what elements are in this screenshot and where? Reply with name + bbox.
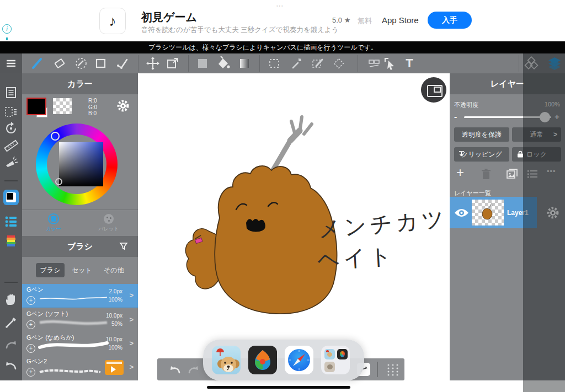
tab-brush[interactable]: ブラシ	[36, 263, 65, 277]
panel-divider	[22, 210, 138, 210]
transform-tool-icon[interactable]	[165, 56, 180, 71]
ad-app-subtitle: 音符を読むのが苦手でも大丈夫 三秒クイズで視奏力を鍛えよう	[141, 25, 339, 35]
select-layout-icon[interactable]	[3, 104, 19, 120]
hue-selector[interactable]	[51, 132, 60, 141]
brush-add-icon[interactable]: +	[26, 368, 35, 377]
hamburger-menu-icon[interactable]	[3, 56, 19, 71]
ad-info-icon[interactable]: i	[2, 24, 12, 34]
brush-stroke-preview	[38, 337, 109, 352]
layer-list-view-button[interactable]	[527, 169, 538, 179]
fill-tool-icon[interactable]	[195, 56, 210, 71]
brush-row-gpen2[interactable]: Gペン2 + >	[22, 356, 138, 380]
redo-icon[interactable]	[3, 337, 19, 352]
material-spray-icon[interactable]	[3, 155, 19, 171]
chevron-right-icon[interactable]: >	[129, 291, 134, 299]
add-layer-button[interactable]: +	[456, 165, 464, 180]
text-tool-icon[interactable]: T	[402, 56, 417, 71]
magic-wand-tool-icon[interactable]	[289, 56, 304, 71]
ad-more-icon[interactable]: ⋯	[276, 1, 285, 10]
shape-tool-icon[interactable]	[93, 56, 109, 71]
undo-icon[interactable]	[3, 358, 19, 373]
move-tool-icon[interactable]	[145, 56, 161, 71]
eyedropper-icon[interactable]	[3, 315, 19, 330]
protect-alpha-button[interactable]: 透明度を保護	[454, 127, 509, 142]
layer-thumbnail[interactable]	[472, 200, 504, 225]
gradient-tool-icon[interactable]	[237, 56, 252, 71]
color-panel-toggle-icon[interactable]	[3, 190, 19, 205]
delete-layer-button[interactable]	[481, 168, 492, 180]
redo-button[interactable]	[187, 363, 200, 375]
lock-button[interactable]: ロック	[512, 147, 561, 162]
video-unlock-icon	[105, 360, 124, 375]
chevron-right-icon[interactable]: >	[129, 339, 134, 347]
ruler-icon[interactable]	[3, 138, 19, 153]
eraser-tool-icon[interactable]	[52, 56, 67, 71]
dock-app-medibang-paint-icon[interactable]	[248, 346, 277, 374]
brush-add-icon[interactable]: +	[26, 344, 35, 353]
dock-app-safari-icon[interactable]	[285, 346, 313, 374]
divide-canvas-tool-icon[interactable]	[366, 56, 382, 71]
tool-description-text: ブラシツールは、様々なブラシによりキャンバスに描画を行うツールです。	[148, 43, 377, 52]
home-indicator-bar[interactable]	[207, 386, 350, 389]
layer-row-layer1[interactable]: Layer1	[450, 197, 537, 228]
opacity-slider-knob[interactable]	[540, 112, 550, 122]
layer-visibility-eye-icon[interactable]	[454, 208, 469, 218]
ad-get-button[interactable]: 入手	[428, 12, 472, 29]
chevron-right-icon[interactable]: >	[129, 315, 134, 324]
g-value: G:0	[88, 104, 97, 111]
brush-row-gpen[interactable]: Gペン + 2.0px100% >	[22, 284, 138, 308]
foreground-color-swatch[interactable]	[26, 98, 46, 115]
toolbar-divider	[519, 55, 519, 72]
ad-app-title: 初見ゲーム	[141, 10, 197, 25]
canvas-handwriting-line1: メンチカツ	[317, 206, 449, 242]
color-settings-gear-icon[interactable]	[116, 99, 130, 113]
drawing-canvas[interactable]: メンチカツ ヘイト	[138, 73, 450, 380]
ad-app-icon[interactable]: ♪	[99, 8, 126, 34]
brush-row-gpen-soft[interactable]: Gペン (ソフト) + 10.0px50% >	[22, 308, 138, 332]
opacity-plus-button[interactable]: +	[555, 112, 559, 121]
blur-eraser-tool-icon[interactable]	[73, 56, 89, 71]
brush-tool-icon[interactable]	[30, 56, 45, 71]
brush-list-toggle-icon[interactable]	[3, 213, 19, 229]
layer-more-button[interactable]: •••	[547, 167, 556, 175]
brush-filter-funnel-icon[interactable]	[119, 242, 128, 251]
brush-row-gpen-smooth[interactable]: Gペン (なめらか) + 10.0px100% >	[22, 332, 138, 356]
layers-panel-icon[interactable]	[547, 56, 562, 71]
curve-tool-icon[interactable]	[115, 56, 130, 71]
opacity-minus-button[interactable]: -	[454, 112, 457, 122]
brush-add-icon[interactable]: +	[26, 320, 35, 329]
drag-handle-dots-icon[interactable]	[386, 363, 400, 376]
bucket-tool-icon[interactable]	[216, 56, 231, 71]
tab-other[interactable]: その他	[104, 266, 124, 275]
document-menu-icon[interactable]	[3, 85, 19, 100]
floating-window-button[interactable]	[421, 77, 446, 103]
layer-settings-gear-icon[interactable]	[546, 206, 560, 220]
blend-mode-button[interactable]: 通常 >	[512, 127, 561, 142]
chevron-right-icon[interactable]: >	[129, 363, 134, 371]
hand-pan-icon[interactable]	[3, 292, 19, 307]
canvas-drawing: メンチカツ ヘイト	[138, 73, 450, 380]
layer-list-label: レイヤー一覧	[454, 189, 491, 197]
palette-icon[interactable]	[3, 233, 19, 248]
clipping-button[interactable]: クリッピング	[454, 147, 509, 162]
ad-options-icon[interactable]	[6, 37, 8, 40]
tab-set[interactable]: セット	[72, 266, 92, 275]
material-panel-icon[interactable]	[524, 56, 539, 71]
opacity-slider-track[interactable]	[464, 116, 551, 118]
layers-panel: レイヤー 不透明度 100% - + 透明度を保護 通常 > クリッピング ロッ…	[450, 73, 565, 380]
dock-app-weather-puppy-icon[interactable]	[212, 346, 241, 374]
select-eraser-tool-icon[interactable]	[331, 56, 347, 71]
object-select-tool-icon[interactable]	[382, 56, 398, 71]
select-pen-tool-icon[interactable]	[310, 56, 326, 71]
transparent-color-swatch[interactable]	[53, 98, 72, 114]
layers-panel-title: レイヤー	[450, 73, 565, 94]
left-dock-panel: カラー R:0 G:0 B:0 カラー パレット ブラシ ブラシ セット その他…	[22, 73, 138, 380]
rotate-canvas-icon[interactable]	[3, 121, 19, 136]
undo-button[interactable]	[168, 363, 182, 375]
sv-selector[interactable]	[55, 178, 62, 185]
brush-add-icon[interactable]: +	[26, 296, 35, 305]
dock-apps-folder-icon[interactable]	[321, 346, 350, 374]
duplicate-layer-button[interactable]	[506, 168, 518, 179]
saturation-value-box[interactable]	[59, 142, 103, 186]
select-rect-tool-icon[interactable]	[266, 56, 282, 71]
